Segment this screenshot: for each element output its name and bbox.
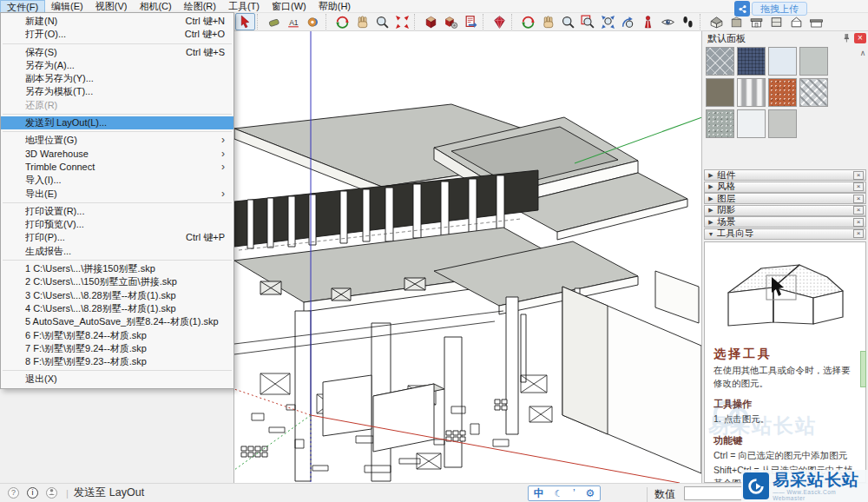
menu-item-recent-3[interactable]: 3 C:\Users\...\8.28别墅--材质(1).skp [1, 289, 233, 302]
menu-item-recent-4[interactable]: 4 C:\Users\...\8.28别墅--材质(1).skp [1, 302, 233, 315]
panel-scrollbar-thumb[interactable] [860, 351, 866, 387]
menu-item-new[interactable]: 新建(N)Ctrl 键+N [1, 15, 233, 28]
select-tool-button[interactable] [235, 13, 255, 30]
section-components[interactable]: ▶组件× [704, 169, 866, 181]
menu-view[interactable]: 视图(V) [89, 0, 134, 13]
warehouse-share-button[interactable] [441, 13, 461, 30]
zoom-extents-button-2[interactable] [598, 13, 618, 30]
measurements-input[interactable] [684, 486, 745, 500]
menu-camera[interactable]: 相机(C) [133, 0, 177, 13]
dimension-tool-button[interactable] [284, 13, 304, 30]
material-swatch[interactable] [768, 47, 797, 76]
menu-item-generate-report[interactable]: 生成报告... [1, 245, 233, 258]
material-swatch[interactable] [799, 78, 828, 107]
material-swatch[interactable] [737, 78, 766, 107]
menu-item-revert[interactable]: 还原(R) [1, 99, 233, 112]
section-scenes[interactable]: ▶场景× [704, 216, 866, 228]
material-swatch[interactable] [706, 47, 734, 76]
menu-item-export[interactable]: 导出(E)› [1, 188, 233, 201]
menu-item-recent-8[interactable]: 8 F:\别墅\别墅9.23--材质.skp [1, 355, 233, 368]
zoom-button-2[interactable] [558, 13, 578, 30]
view-iso-button[interactable] [707, 13, 727, 30]
extension-gem-button[interactable] [490, 13, 510, 30]
info-circle-icon[interactable]: i [27, 487, 38, 499]
punctuation-toggle[interactable]: ’ [573, 487, 575, 499]
menu-item-recent-2[interactable]: 2 C:\Users\...\150别墅立面\拼接.skp [1, 275, 233, 288]
material-swatch[interactable] [706, 78, 734, 107]
menu-edit[interactable]: 编辑(E) [45, 0, 89, 13]
credit-person-icon[interactable] [46, 487, 57, 499]
material-swatch[interactable] [706, 109, 734, 138]
close-icon[interactable]: × [853, 229, 864, 238]
instructor-keys-title: 功能键 [713, 434, 857, 447]
close-icon[interactable]: × [853, 195, 864, 203]
toolbar-separator [326, 14, 331, 30]
menu-item-geo-location[interactable]: 地理位置(G)› [1, 134, 233, 147]
submenu-arrow-icon: › [221, 134, 225, 147]
scroll-up-icon[interactable]: ∧ [858, 49, 867, 57]
view-right-button[interactable] [806, 13, 826, 30]
pan-button[interactable] [352, 13, 372, 30]
look-around-button[interactable] [658, 13, 678, 30]
menu-help[interactable]: 帮助(H) [312, 0, 357, 13]
close-icon[interactable]: × [853, 218, 864, 227]
zoom-previous-button[interactable] [618, 13, 638, 30]
zoom-window-button[interactable] [578, 13, 598, 30]
orbit-button[interactable] [332, 13, 352, 30]
material-swatch[interactable] [737, 47, 766, 76]
menu-tools[interactable]: 工具(T) [222, 0, 266, 13]
menu-item-save[interactable]: 保存(S)Ctrl 键+S [1, 46, 233, 59]
walk-button[interactable] [678, 13, 698, 30]
menu-item-trimble-connect[interactable]: Trimble Connect› [1, 161, 233, 174]
menu-window[interactable]: 窗口(W) [266, 0, 312, 13]
export-document-button[interactable] [461, 13, 481, 30]
pan-button-2[interactable] [538, 13, 558, 30]
orbit-button-2[interactable] [518, 13, 538, 30]
pin-icon[interactable] [841, 33, 852, 43]
menu-item-save-as-template[interactable]: 另存为模板(T)... [1, 85, 233, 98]
menu-draw[interactable]: 绘图(R) [178, 0, 222, 13]
gear-icon[interactable]: ⚙ [585, 487, 595, 499]
section-instructor[interactable]: ▼工具向导× [704, 228, 866, 240]
ime-language-toggle[interactable]: 中 [534, 486, 544, 501]
material-swatch[interactable] [799, 47, 828, 76]
material-swatch[interactable] [768, 78, 797, 107]
menu-item-exit[interactable]: 退出(X) [1, 373, 233, 386]
section-layers[interactable]: ▶图层× [704, 193, 866, 204]
menu-file[interactable]: 文件(F) [0, 0, 45, 13]
styles-button[interactable] [304, 13, 324, 30]
menu-item-open[interactable]: 打开(O)...Ctrl 键+O [1, 28, 233, 41]
close-icon[interactable]: × [853, 182, 864, 191]
help-circle-icon[interactable]: ? [8, 487, 19, 499]
material-swatch[interactable] [737, 109, 766, 138]
menu-item-recent-7[interactable]: 7 F:\别墅\别墅9.24--材质.skp [1, 342, 233, 355]
menu-item-save-as[interactable]: 另存为(A)... [1, 59, 233, 72]
zoom-button[interactable] [372, 13, 392, 30]
close-icon[interactable]: × [854, 33, 866, 43]
moon-icon[interactable]: ☾ [555, 488, 563, 499]
eraser-tool-button[interactable] [264, 13, 284, 30]
warehouse-model-button[interactable] [421, 13, 441, 30]
menu-item-recent-5[interactable]: 5 AutoSave_AutoSave_别墅8.24--材质(1).skp [1, 315, 233, 328]
zoom-extents-button[interactable] [392, 13, 412, 30]
menu-item-import[interactable]: 导入(I)... [1, 174, 233, 187]
instructor-title: 选择工具 [713, 347, 857, 362]
menu-item-save-copy-as[interactable]: 副本另存为(Y)... [1, 72, 233, 85]
drawing-canvas[interactable] [233, 31, 701, 483]
menu-item-recent-6[interactable]: 6 F:\别墅\别墅8.24--材质.skp [1, 329, 233, 342]
menu-item-print-setup[interactable]: 打印设置(R)... [1, 205, 233, 218]
material-swatch[interactable] [768, 109, 797, 138]
close-icon[interactable]: × [853, 206, 864, 215]
section-styles[interactable]: ▶风格× [704, 182, 866, 193]
menu-item-send-to-layout[interactable]: 发送到 LayOut(L)... [1, 116, 233, 129]
section-shadows[interactable]: ▶阴影× [704, 205, 866, 216]
drag-upload-overlay[interactable]: 拖拽上传 [734, 1, 807, 17]
panel-header: 默认面板 × [702, 31, 868, 45]
menu-item-print[interactable]: 打印(P)...Ctrl 键+P [1, 231, 233, 244]
menu-item-print-preview[interactable]: 打印预览(V)... [1, 218, 233, 231]
position-camera-button[interactable] [638, 13, 658, 30]
close-icon[interactable]: × [853, 171, 864, 180]
menu-item-3d-warehouse[interactable]: 3D Warehouse› [1, 148, 233, 161]
menu-separator [3, 43, 232, 44]
menu-item-recent-1[interactable]: 1 C:\Users\...\拼接150别墅.skp [1, 262, 233, 275]
